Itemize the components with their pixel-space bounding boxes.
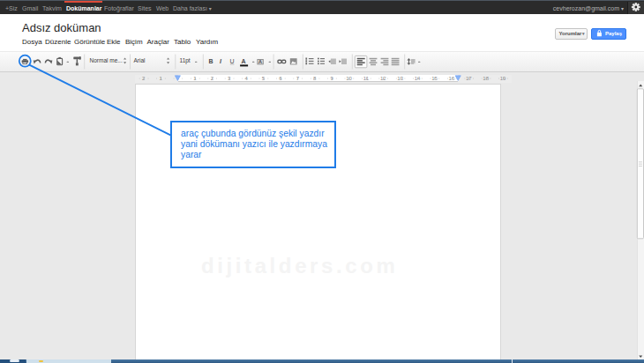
svg-text:Arial: Arial	[134, 57, 146, 63]
svg-text:11pt: 11pt	[180, 57, 191, 64]
svg-text:I: I	[220, 58, 222, 64]
svg-text:A: A	[258, 59, 262, 64]
svg-text:Normal me...: Normal me...	[90, 57, 123, 63]
svg-text:U: U	[230, 58, 235, 64]
svg-text:A: A	[241, 58, 245, 64]
svg-text:B: B	[208, 58, 213, 64]
